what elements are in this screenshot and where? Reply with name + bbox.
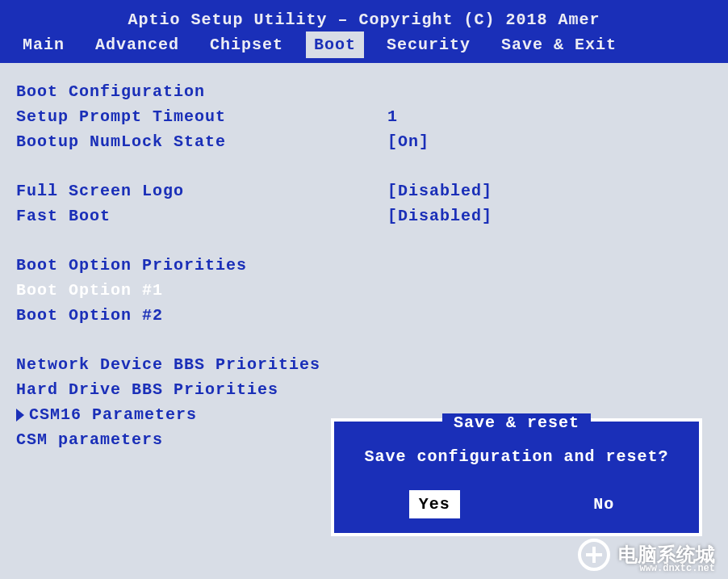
tab-advanced[interactable]: Advanced (87, 31, 187, 58)
setting-label: Fast Boot (16, 203, 387, 229)
setting-label: Bootup NumLock State (16, 129, 387, 154)
setting-label: Setup Prompt Timeout (16, 104, 387, 129)
bios-header: Aptio Setup Utility – Copyright (C) 2018… (0, 0, 728, 63)
tab-security[interactable]: Security (379, 31, 479, 58)
tab-boot[interactable]: Boot (306, 31, 364, 58)
boot-option-label: Boot Option #1 (16, 278, 387, 303)
boot-page: Boot Configuration Setup Prompt Timeout … (0, 63, 728, 561)
setting-value: [Disabled] (387, 178, 705, 203)
setting-label: Full Screen Logo (16, 178, 387, 203)
watermark-url: www.dnxtc.net (639, 563, 715, 574)
utility-title: Aptio Setup Utility – Copyright (C) 2018… (15, 8, 713, 31)
dialog-title: Save & reset (442, 413, 591, 432)
setting-setup-prompt-timeout[interactable]: Setup Prompt Timeout 1 (16, 104, 705, 129)
boot-option-2[interactable]: Boot Option #2 (16, 303, 705, 328)
setting-value: 1 (387, 104, 705, 129)
setting-bootup-numlock-state[interactable]: Bootup NumLock State [On] (16, 129, 705, 154)
save-reset-dialog: Save & reset Save configuration and rese… (331, 418, 702, 536)
boot-option-1[interactable]: Boot Option #1 (16, 278, 705, 303)
section-boot-option-priorities: Boot Option Priorities (16, 253, 705, 278)
setting-full-screen-logo[interactable]: Full Screen Logo [Disabled] (16, 178, 705, 203)
setting-fast-boot[interactable]: Fast Boot [Disabled] (16, 203, 705, 229)
tab-main[interactable]: Main (15, 31, 73, 58)
tab-chipset[interactable]: Chipset (202, 31, 291, 58)
submenu-harddrive-bbs[interactable]: Hard Drive BBS Priorities (16, 377, 705, 402)
submenu-label: Network Device BBS Priorities (16, 352, 320, 377)
submenu-network-bbs[interactable]: Network Device BBS Priorities (16, 352, 705, 377)
triangle-icon (16, 409, 24, 422)
yes-button[interactable]: Yes (409, 490, 460, 518)
setting-value: [On] (387, 129, 705, 154)
no-button[interactable]: No (584, 490, 624, 518)
setting-value: [Disabled] (387, 203, 705, 229)
watermark: 电脑系统城 www.dnxtc.net (578, 539, 715, 571)
dialog-buttons: Yes No (347, 490, 686, 518)
tab-bar: Main Advanced Chipset Boot Security Save… (15, 31, 713, 63)
tab-save-exit[interactable]: Save & Exit (493, 31, 625, 58)
dialog-message: Save configuration and reset? (347, 444, 686, 469)
boot-option-label: Boot Option #2 (16, 303, 387, 328)
watermark-logo-icon (578, 539, 610, 571)
submenu-label: CSM parameters (16, 427, 163, 452)
submenu-label: CSM16 Parameters (29, 402, 197, 427)
submenu-label: Hard Drive BBS Priorities (16, 377, 278, 402)
section-boot-configuration: Boot Configuration (16, 79, 705, 104)
